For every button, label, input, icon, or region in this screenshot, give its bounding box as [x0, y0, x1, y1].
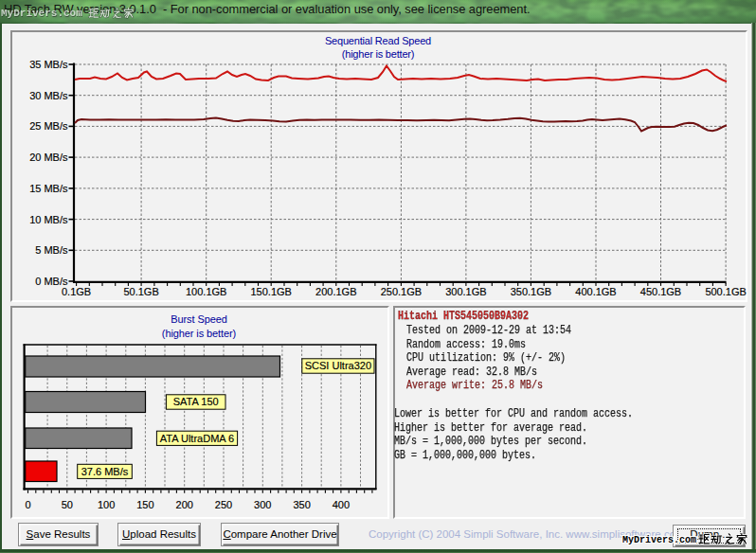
svg-text:150: 150: [136, 499, 153, 510]
svg-text:SCSI Ultra320: SCSI Ultra320: [305, 360, 371, 371]
svg-text:350: 350: [293, 499, 310, 510]
svg-text:35 MB/s: 35 MB/s: [29, 59, 68, 70]
svg-text:50.1GB: 50.1GB: [123, 286, 158, 297]
svg-text:350.1GB: 350.1GB: [511, 286, 551, 297]
svg-text:50: 50: [62, 499, 73, 510]
svg-text:(higher is better): (higher is better): [342, 48, 415, 60]
svg-text:SATA 150: SATA 150: [173, 396, 219, 407]
svg-text:450.1GB: 450.1GB: [640, 286, 681, 297]
svg-text:400.1GB: 400.1GB: [575, 286, 616, 297]
svg-text:20 MB/s: 20 MB/s: [29, 152, 68, 163]
svg-text:37.6 MB/s: 37.6 MB/s: [81, 466, 129, 477]
svg-text:300: 300: [254, 499, 271, 510]
svg-text:ATA UltraDMA 6: ATA UltraDMA 6: [160, 433, 234, 444]
svg-text:100.1GB: 100.1GB: [186, 286, 226, 297]
svg-text:400: 400: [333, 499, 350, 510]
svg-text:10 MB/s: 10 MB/s: [29, 214, 68, 225]
svg-text:0.1GB: 0.1GB: [62, 286, 91, 297]
svg-text:200.1GB: 200.1GB: [315, 286, 356, 297]
svg-text:100: 100: [98, 499, 115, 510]
svg-text:250.1GB: 250.1GB: [381, 286, 422, 297]
svg-text:300.1GB: 300.1GB: [445, 286, 486, 297]
svg-text:30 MB/s: 30 MB/s: [29, 90, 68, 101]
svg-text:15 MB/s: 15 MB/s: [29, 183, 68, 194]
svg-text:0: 0: [25, 499, 30, 510]
svg-text:250: 250: [215, 499, 232, 510]
svg-text:Burst Speed: Burst Speed: [171, 313, 226, 325]
svg-text:500.1GB: 500.1GB: [705, 286, 746, 297]
svg-text:200: 200: [176, 499, 193, 510]
svg-text:25 MB/s: 25 MB/s: [29, 120, 68, 132]
svg-text:150.1GB: 150.1GB: [250, 286, 291, 297]
svg-text:5 MB/s: 5 MB/s: [35, 244, 68, 256]
svg-text:(higher is better): (higher is better): [162, 328, 236, 339]
svg-text:Sequential Read Speed: Sequential Read Speed: [325, 35, 431, 46]
